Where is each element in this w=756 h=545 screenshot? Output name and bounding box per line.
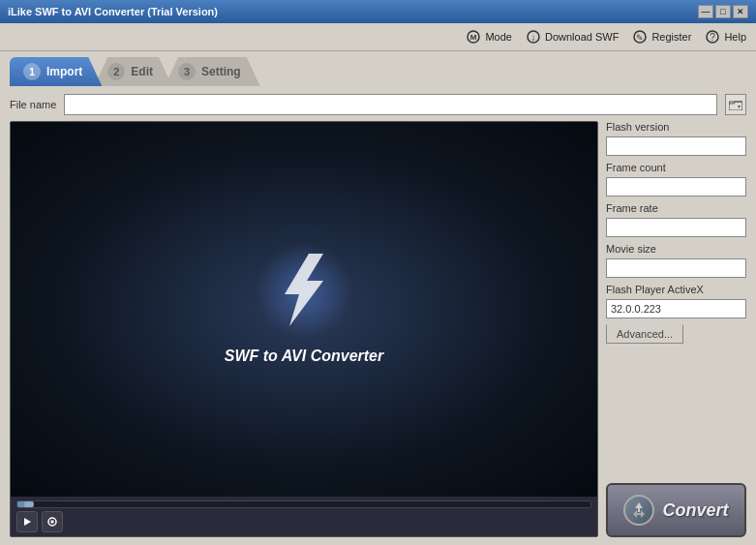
svg-rect-8 bbox=[729, 102, 742, 110]
progress-bar[interactable] bbox=[16, 500, 591, 508]
convert-button[interactable]: Convert bbox=[606, 483, 746, 537]
file-name-input[interactable] bbox=[64, 94, 717, 115]
stop-button[interactable] bbox=[42, 511, 63, 532]
help-icon: ? bbox=[705, 29, 720, 45]
convert-icon bbox=[623, 495, 654, 526]
video-title: SWF to AVI Converter bbox=[225, 348, 383, 365]
mode-label: Mode bbox=[485, 31, 512, 43]
window-title: iLike SWF to AVI Converter (Trial Versio… bbox=[8, 6, 218, 17]
advanced-button[interactable]: Advanced... bbox=[606, 324, 683, 344]
main-window: M Mode ↓ Download SWF ✎ Register ? Help … bbox=[0, 23, 756, 545]
movie-size-label: Movie size bbox=[606, 243, 746, 255]
video-controls bbox=[11, 497, 597, 536]
content-area: File name SWF to AVI Converter bbox=[0, 86, 756, 545]
flash-version-label: Flash version bbox=[606, 121, 746, 133]
video-panel: SWF to AVI Converter bbox=[10, 121, 598, 537]
flash-player-label: Flash Player ActiveX bbox=[606, 284, 746, 295]
flash-player-input[interactable] bbox=[606, 299, 746, 318]
frame-rate-input[interactable] bbox=[606, 218, 746, 237]
flash-icon bbox=[275, 254, 333, 340]
tab-setting[interactable]: 3 Setting bbox=[165, 57, 260, 86]
frame-rate-label: Frame rate bbox=[606, 202, 746, 214]
tab-edit-num: 2 bbox=[107, 63, 125, 80]
restore-button[interactable]: □ bbox=[715, 5, 731, 18]
tabs-container: 1 Import 2 Edit 3 Setting bbox=[0, 51, 756, 86]
flash-version-input[interactable] bbox=[606, 136, 746, 156]
svg-marker-9 bbox=[24, 518, 31, 526]
tab-import-num: 1 bbox=[23, 63, 41, 80]
register-icon: ✎ bbox=[632, 29, 648, 45]
file-name-label: File name bbox=[10, 99, 56, 110]
toolbar: M Mode ↓ Download SWF ✎ Register ? Help bbox=[0, 23, 756, 51]
mode-button[interactable]: M Mode bbox=[466, 29, 512, 45]
flash-version-section: Flash version bbox=[606, 121, 746, 156]
help-button[interactable]: ? Help bbox=[705, 29, 746, 45]
title-bar-buttons: — □ ✕ bbox=[698, 5, 748, 18]
frame-count-section: Frame count bbox=[606, 162, 746, 197]
svg-text:M: M bbox=[470, 33, 477, 42]
tab-setting-num: 3 bbox=[178, 63, 196, 80]
register-button[interactable]: ✎ Register bbox=[632, 29, 691, 45]
tab-edit-label: Edit bbox=[131, 65, 153, 78]
minimize-button[interactable]: — bbox=[698, 5, 713, 18]
play-button[interactable] bbox=[16, 511, 38, 532]
register-label: Register bbox=[651, 31, 691, 43]
download-icon: ↓ bbox=[526, 29, 541, 45]
tab-import-label: Import bbox=[46, 65, 82, 78]
flash-player-section: Flash Player ActiveX bbox=[606, 284, 746, 318]
help-label: Help bbox=[724, 31, 746, 43]
video-area: SWF to AVI Converter bbox=[11, 122, 597, 497]
mode-icon: M bbox=[466, 29, 481, 45]
svg-text:↓: ↓ bbox=[530, 32, 535, 43]
tab-edit[interactable]: 2 Edit bbox=[94, 57, 172, 86]
right-panel: Flash version Frame count Frame rate Mov… bbox=[606, 121, 746, 537]
frame-rate-section: Frame rate bbox=[606, 202, 746, 237]
title-bar: iLike SWF to AVI Converter (Trial Versio… bbox=[0, 0, 756, 23]
movie-size-input[interactable] bbox=[606, 258, 746, 278]
download-swf-button[interactable]: ↓ Download SWF bbox=[526, 29, 619, 45]
convert-label: Convert bbox=[662, 500, 728, 521]
browse-button[interactable] bbox=[725, 94, 746, 115]
close-button[interactable]: ✕ bbox=[733, 5, 748, 18]
panels: SWF to AVI Converter bbox=[10, 121, 746, 537]
frame-count-label: Frame count bbox=[606, 162, 746, 173]
tab-setting-label: Setting bbox=[201, 65, 241, 78]
progress-handle[interactable] bbox=[24, 500, 34, 508]
movie-size-section: Movie size bbox=[606, 243, 746, 278]
controls-row bbox=[16, 511, 591, 532]
svg-text:✎: ✎ bbox=[636, 33, 644, 43]
svg-rect-11 bbox=[51, 521, 54, 524]
svg-text:?: ? bbox=[711, 32, 716, 43]
download-label: Download SWF bbox=[545, 31, 619, 43]
file-name-row: File name bbox=[10, 94, 746, 115]
tab-import[interactable]: 1 Import bbox=[10, 57, 102, 86]
frame-count-input[interactable] bbox=[606, 177, 746, 197]
